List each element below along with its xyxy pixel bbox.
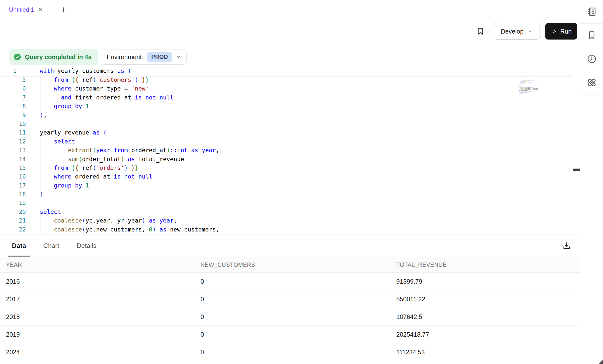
sidebar-item-bookmarks[interactable]	[580, 24, 603, 47]
table-cell: 0	[195, 313, 390, 320]
editor-scroll-gutter	[573, 67, 580, 234]
code-line: 7 and first_ordered_at is not null	[0, 93, 573, 102]
environment-label: Environment:	[107, 53, 143, 61]
line-number: 7	[0, 93, 26, 102]
sidebar-item-notebook[interactable]	[580, 0, 603, 24]
close-icon[interactable]	[38, 7, 44, 13]
table-cell: 2017	[0, 296, 195, 303]
new-tab-plus-icon[interactable]	[59, 5, 69, 15]
line-number: 20	[0, 208, 26, 216]
code-line: 18)	[0, 190, 573, 199]
line-number: 11	[0, 128, 26, 137]
sidebar-item-lineage[interactable]	[580, 71, 603, 94]
tab-untitled-1[interactable]: Untitled 1	[0, 0, 52, 19]
table-cell: 2025418.77	[390, 331, 580, 338]
line-number: 16	[0, 172, 26, 181]
column-header[interactable]: TOTAL_REVENUE	[390, 262, 580, 268]
column-header[interactable]: NEW_CUSTOMERS	[195, 262, 390, 268]
table-cell: 2024	[0, 349, 195, 356]
line-number: 8	[0, 102, 26, 111]
code-line: 20select	[0, 208, 573, 216]
right-sidebar	[580, 0, 603, 364]
toolbar: Develop Run	[0, 19, 580, 43]
panel-resize-handle[interactable]	[573, 169, 580, 171]
line-number: 21	[0, 216, 26, 225]
code-line: 13 extract(year from ordered_at)::int as…	[0, 146, 573, 155]
code-line: 16 where ordered_at is not null	[0, 172, 573, 181]
sticky-scroll-line: 1with yearly_customers as (	[0, 67, 573, 76]
window-resize-grip[interactable]	[599, 360, 603, 364]
table-cell: 0	[195, 296, 390, 303]
bookmark-icon	[587, 30, 597, 41]
code-line: 14 sum(order_total) as total_revenue	[0, 155, 573, 164]
environment-select[interactable]: Environment: PROD	[101, 49, 187, 65]
line-number: 14	[0, 155, 26, 164]
code-line: 9),	[0, 111, 573, 120]
chevron-down-icon	[528, 29, 533, 34]
table-cell: 2018	[0, 313, 195, 320]
line-number: 22	[0, 225, 26, 234]
app-window: Untitled 1 Develop	[0, 0, 603, 364]
tab-bar: Untitled 1	[0, 0, 580, 19]
table-row: 20170550011.22	[0, 290, 580, 308]
table-row: 20240111234.53	[0, 343, 580, 359]
lineage-icon	[586, 77, 597, 88]
play-icon	[551, 28, 557, 35]
table-cell: 0	[195, 278, 390, 285]
line-number: 17	[0, 181, 26, 190]
sql-editor[interactable]: 1with yearly_customers as ( 5 from {{ re…	[0, 67, 573, 234]
results-panel: DataChartDetails YEARNEW_CUSTOMERSTOTAL_…	[0, 234, 580, 364]
code-line: 10	[0, 120, 573, 128]
line-number: 9	[0, 111, 26, 120]
download-icon[interactable]	[562, 241, 572, 251]
data-table: YEARNEW_CUSTOMERSTOTAL_REVENUE 201609139…	[0, 257, 580, 359]
table-cell: 107642.5	[390, 313, 580, 320]
line-number: 15	[0, 164, 26, 172]
code-line: 15 from {{ ref('orders') }}	[0, 164, 573, 172]
table-cell: 111234.53	[390, 349, 580, 356]
results-tab-chart[interactable]: Chart	[39, 234, 63, 257]
code-line: 11yearly_revenue as (	[0, 128, 573, 137]
chevron-down-icon	[176, 54, 181, 59]
bookmark-icon[interactable]	[476, 26, 486, 36]
line-number: 12	[0, 137, 26, 146]
develop-button[interactable]: Develop	[494, 23, 540, 40]
table-cell: 0	[195, 349, 390, 356]
line-number: 5	[0, 76, 26, 84]
code-line: 21 coalesce(yc.year, yr.year) as year,	[0, 216, 573, 225]
query-status-badge: Query completed in 4s	[9, 49, 98, 65]
table-row: 201902025418.77	[0, 326, 580, 343]
table-cell: 2019	[0, 331, 195, 338]
code-line: 1with yearly_customers as (	[0, 67, 573, 75]
status-row: Query completed in 4s Environment: PROD	[0, 49, 580, 65]
results-tab-bar: DataChartDetails	[8, 234, 100, 257]
code-lines: 5 from {{ ref('customers') }}6 where cus…	[0, 76, 573, 234]
run-button[interactable]: Run	[545, 23, 577, 40]
column-header[interactable]: YEAR	[0, 262, 195, 268]
table-cell: 0	[195, 331, 390, 338]
code-line: 17 group by 1	[0, 181, 573, 190]
code-line: 5 from {{ ref('customers') }}	[0, 76, 573, 84]
table-row: 20180107642.5	[0, 308, 580, 326]
code-line: 8 group by 1	[0, 102, 573, 111]
line-number: 10	[0, 120, 26, 128]
code-line: 22 coalesce(yc.new_customers, 0) as new_…	[0, 225, 573, 234]
results-tab-data[interactable]: Data	[8, 234, 30, 257]
code-line: 12 select	[0, 137, 573, 146]
line-number: 18	[0, 190, 26, 199]
sidebar-item-history[interactable]	[580, 47, 603, 71]
query-status-text: Query completed in 4s	[25, 53, 92, 61]
table-cell: 550011.22	[390, 296, 580, 303]
table-body: 2016091399.7920170550011.2220180107642.5…	[0, 273, 580, 359]
run-label: Run	[560, 28, 572, 35]
check-circle-icon	[13, 53, 21, 61]
results-tab-details[interactable]: Details	[73, 234, 100, 257]
notebook-icon	[587, 6, 597, 17]
table-cell: 2016	[0, 278, 195, 285]
develop-label: Develop	[501, 28, 524, 35]
code-line: 6 where customer_type = 'new'	[0, 84, 573, 93]
tab-label: Untitled 1	[9, 6, 34, 13]
table-header-row: YEARNEW_CUSTOMERSTOTAL_REVENUE	[0, 257, 580, 273]
history-clock-icon	[587, 54, 597, 64]
line-number: 6	[0, 84, 26, 93]
